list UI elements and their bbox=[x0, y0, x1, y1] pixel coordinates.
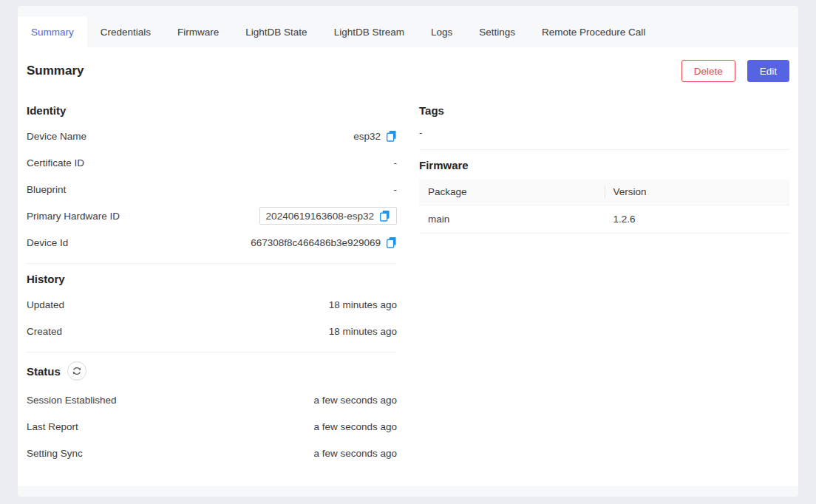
copy-icon[interactable] bbox=[379, 210, 390, 222]
primary-hardware-id-value: 20240619163608-esp32 bbox=[266, 211, 374, 222]
tab-remote-procedure-call[interactable]: Remote Procedure Call bbox=[528, 16, 659, 47]
updated-value: 18 minutes ago bbox=[329, 299, 397, 310]
row-label: Session Established bbox=[27, 395, 117, 406]
certificate-id-value: - bbox=[394, 157, 398, 168]
firmware-package-value: main bbox=[419, 205, 605, 234]
row-device-name: Device Name esp32 bbox=[27, 123, 397, 149]
tab-lightdb-stream[interactable]: LightDB Stream bbox=[321, 16, 418, 47]
row-primary-hardware-id: Primary Hardware ID 20240619163608-esp32 bbox=[27, 202, 397, 229]
blueprint-value: - bbox=[394, 184, 398, 195]
row-label: Setting Sync bbox=[27, 448, 83, 459]
identity-heading: Identity bbox=[27, 104, 397, 117]
tab-credentials[interactable]: Credentials bbox=[87, 16, 164, 47]
section-divider bbox=[27, 263, 397, 264]
row-label: Blueprint bbox=[27, 184, 66, 195]
firmware-table-row: main 1.2.6 bbox=[419, 205, 789, 234]
edit-button[interactable]: Edit bbox=[747, 60, 789, 82]
row-last-report: Last Report a few seconds ago bbox=[27, 413, 397, 440]
firmware-col-version: Version bbox=[605, 179, 790, 205]
row-label: Updated bbox=[27, 299, 64, 310]
tab-firmware[interactable]: Firmware bbox=[164, 16, 232, 47]
setting-sync-value: a few seconds ago bbox=[313, 448, 397, 459]
firmware-version-value: 1.2.6 bbox=[605, 205, 790, 234]
row-label: Certificate ID bbox=[27, 157, 84, 168]
tab-logs[interactable]: Logs bbox=[418, 16, 466, 47]
delete-button[interactable]: Delete bbox=[681, 60, 735, 82]
copy-icon[interactable] bbox=[386, 236, 397, 248]
row-label: Primary Hardware ID bbox=[27, 211, 120, 222]
row-label: Device Id bbox=[27, 237, 68, 248]
created-value: 18 minutes ago bbox=[329, 326, 397, 337]
row-created: Created 18 minutes ago bbox=[27, 318, 397, 344]
page-title: Summary bbox=[27, 64, 84, 78]
firmware-table: Package Version main 1.2.6 bbox=[419, 179, 789, 234]
firmware-table-header-row: Package Version bbox=[419, 179, 789, 205]
summary-panel: Summary Delete Edit Identity Device Name… bbox=[18, 47, 798, 486]
tags-heading: Tags bbox=[419, 104, 789, 117]
row-updated: Updated 18 minutes ago bbox=[27, 291, 397, 318]
history-heading: History bbox=[27, 273, 397, 285]
primary-hardware-id-box: 20240619163608-esp32 bbox=[259, 207, 397, 225]
firmware-col-package: Package bbox=[419, 179, 605, 205]
left-column: Identity Device Name esp32 bbox=[27, 95, 397, 466]
last-report-value: a few seconds ago bbox=[313, 421, 397, 432]
device-tabbar: Summary Credentials Firmware LightDB Sta… bbox=[18, 6, 798, 47]
refresh-status-button[interactable] bbox=[67, 361, 86, 381]
tags-value: - bbox=[419, 123, 789, 142]
row-setting-sync: Setting Sync a few seconds ago bbox=[27, 440, 397, 466]
row-label: Last Report bbox=[27, 421, 78, 432]
status-heading-label: Status bbox=[27, 365, 61, 378]
section-divider bbox=[27, 352, 397, 353]
row-label: Device Name bbox=[27, 131, 86, 142]
firmware-heading: Firmware bbox=[419, 159, 789, 171]
session-established-value: a few seconds ago bbox=[313, 395, 397, 406]
row-certificate-id: Certificate ID - bbox=[27, 149, 397, 176]
row-session-established: Session Established a few seconds ago bbox=[27, 386, 397, 413]
panel-header: Summary Delete Edit bbox=[27, 47, 789, 89]
row-label: Created bbox=[27, 326, 62, 337]
row-device-id: Device Id 667308f8c466486b3e929069 bbox=[27, 229, 397, 256]
section-divider bbox=[419, 149, 789, 150]
right-column: Tags - Firmware Package Version main bbox=[419, 95, 789, 466]
status-heading: Status bbox=[27, 361, 397, 381]
header-buttons: Delete Edit bbox=[681, 60, 789, 82]
row-blueprint: Blueprint - bbox=[27, 176, 397, 202]
device-name-value: esp32 bbox=[353, 131, 381, 142]
sync-icon bbox=[72, 366, 82, 376]
tab-summary[interactable]: Summary bbox=[18, 16, 87, 47]
tab-settings[interactable]: Settings bbox=[466, 16, 528, 47]
tab-lightdb-state[interactable]: LightDB State bbox=[232, 16, 320, 47]
device-id-value: 667308f8c466486b3e929069 bbox=[251, 237, 381, 248]
device-detail-card: Summary Credentials Firmware LightDB Sta… bbox=[18, 6, 798, 497]
copy-icon[interactable] bbox=[386, 130, 397, 142]
